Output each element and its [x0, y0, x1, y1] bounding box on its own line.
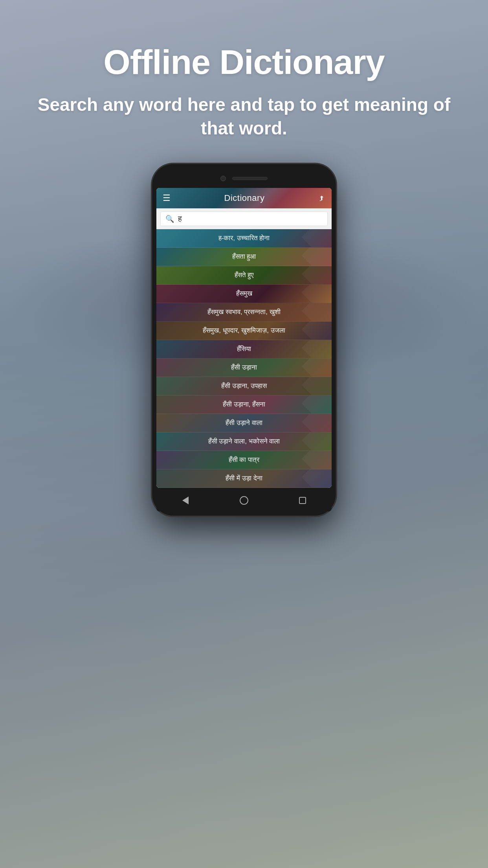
- word-list-item[interactable]: हँसी उड़ाना, हँसना: [156, 395, 332, 414]
- word-list-item[interactable]: हँसिया: [156, 340, 332, 359]
- home-circle-icon: [240, 496, 248, 505]
- word-list-item[interactable]: हँसमुख स्वभाव, प्रसन्नता, खुशी: [156, 303, 332, 322]
- home-button[interactable]: [237, 493, 251, 508]
- phone-mockup: ☰ Dictionary ⮭ 🔍 ह ह-कार, उच्चारित होनाह…: [148, 164, 340, 516]
- phone-frame: ☰ Dictionary ⮭ 🔍 ह ह-कार, उच्चारित होनाह…: [152, 164, 336, 516]
- search-bar[interactable]: 🔍 ह: [160, 211, 328, 226]
- word-list: ह-कार, उच्चारित होनाहँसता हुआहँसते हुएहँ…: [156, 229, 332, 488]
- word-list-item[interactable]: हँसी उड़ाने वाला: [156, 414, 332, 432]
- share-icon[interactable]: ⮭: [318, 194, 325, 202]
- subtitle: Search any word here and tap to get mean…: [24, 93, 464, 140]
- word-list-item[interactable]: हँसी उड़ाना: [156, 359, 332, 377]
- back-button[interactable]: [178, 493, 193, 508]
- search-icon: 🔍: [165, 215, 174, 223]
- word-list-item[interactable]: हँसते हुए: [156, 266, 332, 285]
- word-list-item[interactable]: हँसमुख, धूपदार, खुशमिजाज़, उजला: [156, 322, 332, 340]
- phone-screen: ☰ Dictionary ⮭ 🔍 ह ह-कार, उच्चारित होनाह…: [156, 188, 332, 488]
- recent-button[interactable]: [295, 493, 310, 508]
- app-title: Dictionary: [224, 193, 265, 203]
- word-list-item[interactable]: हँसी उड़ाना, उपहास: [156, 377, 332, 395]
- phone-top-bar: [156, 171, 332, 186]
- hamburger-icon[interactable]: ☰: [163, 193, 171, 203]
- word-list-item[interactable]: हँसी में उड़ा देना: [156, 469, 332, 488]
- title-section: Offline Dictionary Search any word here …: [0, 43, 488, 140]
- back-triangle-icon: [182, 497, 189, 504]
- search-input[interactable]: ह: [178, 214, 323, 223]
- speaker-bar: [232, 177, 268, 180]
- word-list-item[interactable]: हँसमुख: [156, 285, 332, 303]
- app-header: ☰ Dictionary ⮭: [156, 188, 332, 208]
- camera-dot: [220, 176, 226, 181]
- main-content: Offline Dictionary Search any word here …: [0, 0, 488, 868]
- recent-square-icon: [299, 497, 306, 504]
- word-list-item[interactable]: हँसी उड़ाने वाला, भकोसने वाला: [156, 432, 332, 451]
- main-title: Offline Dictionary: [24, 43, 464, 81]
- word-list-item[interactable]: हँसी का पात्र: [156, 451, 332, 469]
- word-list-item[interactable]: ह-कार, उच्चारित होना: [156, 229, 332, 248]
- phone-bottom-nav: [156, 489, 332, 511]
- word-list-item[interactable]: हँसता हुआ: [156, 248, 332, 266]
